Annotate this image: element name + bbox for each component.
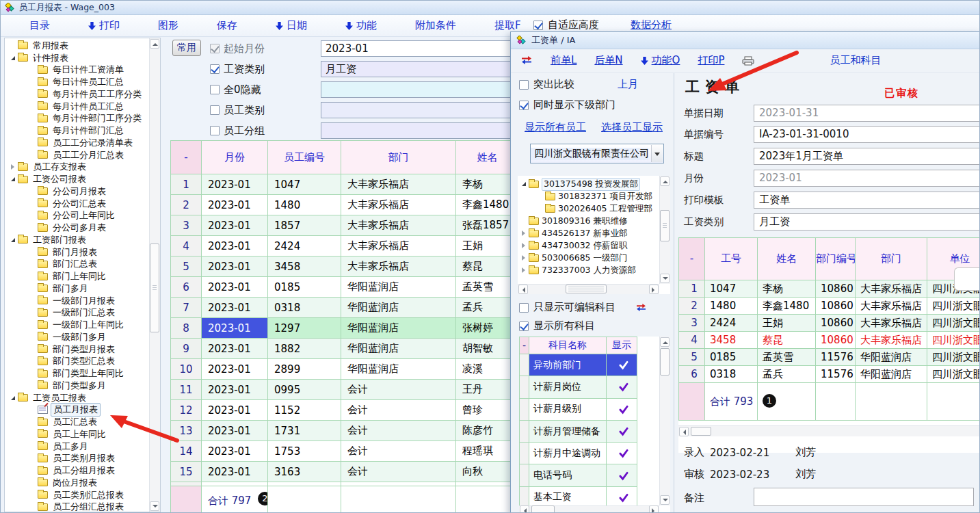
- wage-type-input[interactable]: 月工资: [754, 213, 980, 231]
- menu-item-日期[interactable]: 日期: [276, 19, 307, 32]
- tree-item[interactable]: 员工工分记录清单表: [5, 137, 149, 149]
- cell[interactable]: 大丰家乐福店: [856, 280, 927, 298]
- menu-item-目录[interactable]: 目录: [29, 19, 50, 32]
- emp-group-checkbox[interactable]: [210, 126, 220, 135]
- dept-tree-item[interactable]: 301375498 投资发展部: [518, 178, 659, 190]
- col-header-dept[interactable]: 部门: [341, 141, 456, 174]
- cell[interactable]: 大丰家乐福店: [856, 298, 927, 315]
- emp-type-checkbox[interactable]: [210, 105, 220, 115]
- table-row[interactable]: 112023-010995会计王丹: [171, 380, 511, 400]
- scroll-left-button[interactable]: [679, 427, 689, 436]
- cell[interactable]: 四川浙文眼镜: [927, 298, 980, 315]
- cell[interactable]: 王丹: [456, 380, 511, 400]
- cell[interactable]: 1152: [268, 400, 341, 421]
- subject-row[interactable]: 计薪月级别: [520, 398, 637, 420]
- cell[interactable]: 2023-01: [202, 318, 268, 339]
- col-header-month[interactable]: 月份: [202, 141, 268, 174]
- table-row[interactable]: 32424王娟10860大丰家乐福店四川浙文眼镜: [679, 315, 980, 332]
- table-row[interactable]: 21480李鑫148010860大丰家乐福店四川浙文眼镜: [679, 298, 980, 315]
- cell[interactable]: 孟英雪: [758, 349, 816, 366]
- tree-item[interactable]: 工资员工报表: [5, 392, 149, 404]
- table-row[interactable]: 72023-010318华阳蓝润店孟兵: [171, 298, 511, 318]
- show-all-subjects-checkbox[interactable]: [519, 321, 529, 331]
- menu-item-图形[interactable]: 图形: [158, 19, 178, 32]
- tree-item[interactable]: 一级部门上年同比: [5, 319, 149, 331]
- cell[interactable]: 2424: [705, 315, 758, 332]
- cell[interactable]: 大丰家乐福店: [341, 256, 456, 277]
- cell[interactable]: 凌溪: [456, 359, 511, 380]
- tree-item[interactable]: 一级部门多月: [5, 331, 149, 343]
- tree-item[interactable]: 每月计件部门工序分类: [5, 113, 149, 125]
- tree-item[interactable]: 每日计件员工汇总: [5, 76, 149, 88]
- subject-row[interactable]: 计薪月管理储备: [520, 420, 637, 442]
- col-header-deptno[interactable]: 部门编号: [816, 238, 856, 280]
- cell[interactable]: 0995: [268, 380, 341, 400]
- tree-item[interactable]: 部门上年同比: [5, 270, 149, 282]
- tree-item[interactable]: 岗位月报表: [5, 477, 149, 489]
- cell[interactable]: 李杨: [758, 280, 816, 298]
- table-row[interactable]: 102023-012899华阳蓝润店凌溪: [171, 359, 511, 380]
- corner-header[interactable]: -: [171, 141, 202, 174]
- col-header-dept[interactable]: 部门: [856, 238, 927, 280]
- emp-subject-link[interactable]: 员工和科目: [830, 54, 881, 67]
- cell[interactable]: 0185: [268, 277, 341, 298]
- cell[interactable]: 李鑫1480: [456, 195, 511, 215]
- scroll-left-button[interactable]: [520, 505, 529, 513]
- tree-item[interactable]: 一级部门汇总表: [5, 307, 149, 319]
- subject-show-cell[interactable]: [607, 354, 637, 376]
- cell[interactable]: 大丰家乐福店: [341, 215, 456, 236]
- scroll-right-button[interactable]: [649, 285, 659, 294]
- show-sub-dept-toggle[interactable]: 同时显示下级部门: [519, 98, 615, 111]
- tree-item[interactable]: 一级部门月报表: [5, 295, 149, 307]
- cell[interactable]: 10860: [816, 315, 856, 332]
- expand-icon[interactable]: [519, 231, 528, 236]
- cell[interactable]: 华阳蓝润店: [856, 349, 927, 366]
- cell[interactable]: 1857: [268, 215, 341, 236]
- expand-icon[interactable]: [519, 243, 528, 248]
- scroll-down-button[interactable]: [660, 495, 670, 505]
- cell[interactable]: 华阳蓝润店: [341, 298, 456, 318]
- tree-item[interactable]: 每月计件员工汇总: [5, 101, 149, 113]
- company-combo[interactable]: 四川浙文眼镜有限责任公司: [530, 144, 664, 163]
- table-row[interactable]: 42023-012424大丰家乐福店王娟: [171, 236, 511, 256]
- tree-item[interactable]: 工资部门报表: [5, 234, 149, 246]
- next-doc-button[interactable]: 后单N: [594, 54, 622, 67]
- tree-item[interactable]: 部门多月: [5, 282, 149, 295]
- cell[interactable]: 3458: [705, 332, 758, 349]
- cell[interactable]: 11576: [816, 349, 856, 366]
- tree-item[interactable]: 员工分组汇总报表: [5, 501, 149, 512]
- cell[interactable]: 2424: [268, 236, 341, 256]
- scroll-thumb[interactable]: [660, 348, 670, 376]
- hide-zero-checkbox[interactable]: [210, 85, 220, 94]
- cell[interactable]: 2023-01: [202, 256, 268, 277]
- tree-item[interactable]: 每月计件员工工序分类: [5, 88, 149, 101]
- cell[interactable]: 王娟: [758, 315, 816, 332]
- cell[interactable]: 四川浙文眼镜: [927, 366, 980, 383]
- print-menu-button[interactable]: 打印P: [698, 54, 724, 67]
- cell[interactable]: 会计: [341, 462, 456, 482]
- note-input[interactable]: [754, 488, 974, 506]
- cell[interactable]: 陈彦竹: [456, 421, 511, 441]
- expand-icon[interactable]: [8, 164, 17, 170]
- col-header-name[interactable]: 姓名: [758, 238, 816, 280]
- tree-item[interactable]: 每月计件部门汇总: [5, 124, 149, 137]
- dialog-titlebar[interactable]: 工资单 / IA: [511, 32, 980, 49]
- scroll-up-button[interactable]: [150, 39, 159, 49]
- cell[interactable]: 2023-01: [202, 277, 268, 298]
- cell[interactable]: 华阳蓝润店: [856, 366, 927, 383]
- report-tree-scrollbar[interactable]: [149, 38, 160, 512]
- tree-item[interactable]: 员工月报表: [5, 404, 149, 417]
- cell[interactable]: 华阳蓝润店: [341, 359, 456, 380]
- corner-header[interactable]: -: [520, 337, 529, 354]
- hide-zero-select[interactable]: [321, 81, 525, 98]
- cell[interactable]: 2023-01: [202, 359, 268, 380]
- table-row[interactable]: 52023-013458大丰家乐福店蔡昆: [171, 256, 511, 277]
- tree-item[interactable]: 分公司多月表: [5, 222, 149, 234]
- cell[interactable]: 10860: [816, 298, 856, 315]
- scroll-up-button[interactable]: [660, 176, 670, 186]
- cell[interactable]: 王娟: [456, 236, 511, 256]
- subject-name[interactable]: 计薪月管理储备: [529, 420, 607, 442]
- start-month-input[interactable]: 2023-01: [321, 40, 525, 57]
- dept-tree-item[interactable]: 503006685 一级部门: [518, 252, 659, 264]
- table-row[interactable]: 32023-011857大丰家乐福店张磊1857: [171, 215, 511, 236]
